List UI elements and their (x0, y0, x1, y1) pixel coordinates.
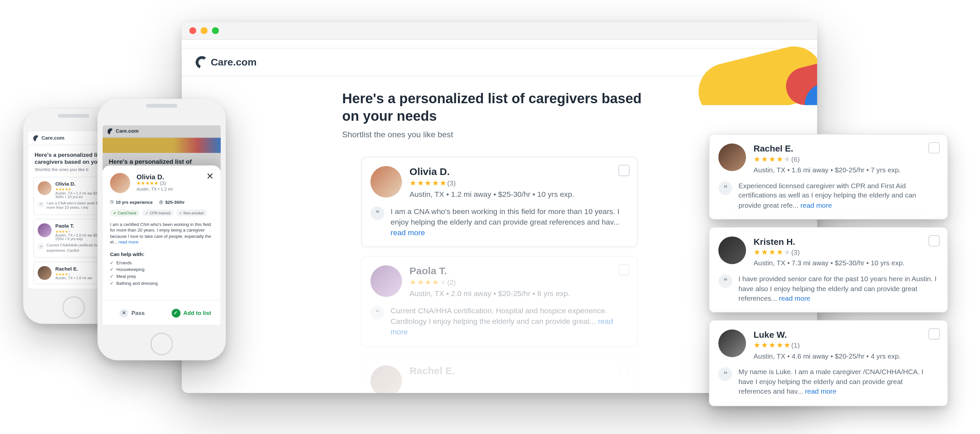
caregiver-name: Olivia D. (410, 166, 627, 177)
avatar (371, 266, 402, 297)
caregiver-name: Rachel E. (55, 266, 92, 272)
caregiver-name: Kristen H. (754, 236, 937, 246)
rating: ★★★★★ (3) (137, 181, 172, 186)
quote-icon: ❝ (718, 274, 732, 288)
quote-icon: ❝ (38, 244, 44, 250)
checkbox[interactable] (619, 364, 630, 375)
rating: ★★★★★ (2) (410, 278, 627, 287)
help-item: Errands (110, 260, 213, 265)
close-button[interactable]: ✕ (205, 172, 215, 181)
avatar (718, 330, 746, 358)
caregiver-quote: I am a CNA who's been working in this fi… (391, 206, 627, 238)
caregiver-meta: Austin, TX • 2.0 mi away • $20-25/hr • 6… (410, 290, 627, 298)
help-item: Housekeeping (110, 267, 213, 272)
window-titlebar (182, 22, 817, 40)
checkbox[interactable] (619, 264, 630, 276)
caregiver-quote: Experienced licensed caregiver with CPR … (739, 181, 937, 211)
window-minimize-icon[interactable] (200, 27, 208, 34)
add-to-list-button[interactable]: ✓ Add to list (162, 301, 221, 325)
rating: ★★★★★ (1) (754, 341, 937, 350)
floating-cards: Rachel E. ★★★★★ (6) Austin, TX • 1.6 mi … (709, 134, 948, 406)
review-count: (1) (791, 342, 800, 349)
rating: ★★★★★ (3) (410, 179, 627, 188)
quote-icon: ❝ (718, 181, 732, 195)
badge-cpr: ✓CPR trained (142, 209, 173, 216)
checkbox[interactable] (619, 165, 630, 176)
caregiver-list: Olivia D. ★★★★★ (3) Austin, TX • 1.2 mi … (361, 157, 638, 393)
profile-sheet: ✕ Olivia D. ★★★★★ (3) Austin, TX • 1.2 m… (103, 165, 221, 325)
experience-stat: ◷10 yrs experience (110, 200, 153, 204)
quote-icon: ❝ (38, 201, 44, 207)
page-title: Here's a personalized list of caregivers… (342, 90, 657, 125)
browser-urlbar[interactable] (182, 40, 817, 49)
quote-icon: ❝ (371, 206, 384, 220)
caregiver-card[interactable]: Paola T. ★★★★★ (2) Austin, TX • 2.0 mi a… (361, 257, 638, 347)
site-header: Care.com (182, 49, 817, 76)
page-subtitle: Shortlist the ones you like best (342, 130, 657, 139)
window-maximize-icon[interactable] (212, 27, 219, 34)
phone-front: Care.com Here's a personalized list of ✕… (97, 99, 226, 360)
logo-icon (33, 135, 40, 141)
caregiver-name: Rachel E. (754, 144, 937, 154)
help-item: Bathing and dressing (110, 281, 213, 286)
read-more-link[interactable]: read more (119, 240, 139, 244)
caregiver-card[interactable]: Rachel E. (361, 356, 638, 393)
caregiver-card[interactable]: Luke W. ★★★★★ (1) Austin, TX • 4.6 mi aw… (709, 320, 948, 406)
help-list: Errands Housekeeping Meal prep Bathing a… (110, 260, 213, 286)
caregiver-meta: Austin, TX • 1.2 mi away • $25-30/hr • 1… (410, 190, 627, 199)
caregiver-quote: Current CNA/HHA certification. Hospital … (391, 306, 627, 338)
help-item: Meal prep (110, 274, 213, 279)
caregiver-name: Paola T. (410, 266, 627, 277)
checkbox[interactable] (928, 235, 940, 246)
window-close-icon[interactable] (189, 27, 196, 34)
rating: ★★★★★ (3) (754, 248, 937, 257)
caregiver-name: Rachel E. (410, 365, 627, 377)
caregiver-card[interactable]: Olivia D. ★★★★★ (3) Austin, TX • 1.2 mi … (361, 157, 638, 247)
home-button[interactable] (150, 333, 173, 355)
caregiver-name: Luke W. (754, 330, 937, 340)
avatar (718, 144, 746, 171)
profile-name: Olivia D. (137, 173, 172, 181)
rating: ★★★★★ (6) (754, 155, 937, 164)
caregiver-quote: I have provided senior care for the past… (739, 274, 937, 303)
caregiver-meta: Austin, TX • 4.6 mi away • $20-25/hr • 4… (754, 352, 937, 360)
rate-icon: ⦿ (159, 200, 163, 204)
caregiver-card[interactable]: Rachel E. ★★★★★ (6) Austin, TX • 1.6 mi … (709, 134, 948, 220)
checkbox[interactable] (928, 142, 940, 154)
profile-bio: I am a certified CNA who's been working … (110, 221, 213, 245)
profile-location: Austin, TX • 1.2 mi (137, 187, 172, 191)
brand: Care.com (210, 57, 256, 68)
read-more-link[interactable]: read more (779, 295, 810, 302)
caregiver-card[interactable]: Kristen H. ★★★★★ (3) Austin, TX • 7.3 mi… (709, 227, 948, 313)
review-count: (3) (447, 179, 456, 187)
review-count: (3) (160, 181, 166, 186)
brand: Care.com (41, 135, 64, 141)
logo-icon (196, 56, 208, 68)
read-more-link[interactable]: read more (805, 387, 836, 395)
read-more-link[interactable]: read more (800, 201, 832, 209)
help-heading: Can help with: (110, 252, 213, 257)
avatar (38, 266, 52, 280)
home-button[interactable] (62, 296, 85, 318)
rate-stat: ⦿$25-30/hr (159, 200, 185, 204)
phone-earpiece (58, 114, 89, 117)
badge-list: ✔CareCheck ✓CPR trained ✓Non-smoker (110, 209, 213, 216)
review-count: (2) (447, 279, 456, 287)
review-count: (3) (791, 249, 800, 256)
phone-front-screen: Care.com Here's a personalized list of ✕… (103, 125, 221, 325)
caregiver-meta: Austin, TX • 1.6 mi aw (55, 276, 92, 280)
star-icon: ★ (410, 179, 417, 188)
x-icon: ✕ (119, 308, 129, 317)
avatar (38, 181, 52, 195)
rating-stars: ★★★★★ (55, 272, 92, 276)
read-more-link[interactable]: read more (391, 228, 425, 237)
checkbox[interactable] (928, 328, 940, 340)
review-count: (6) (791, 155, 800, 163)
caregiver-meta: Austin, TX • 1.6 mi away • $20-25/hr • 7… (754, 166, 937, 174)
phone-earpiece (146, 104, 177, 108)
avatar (718, 236, 746, 264)
caregiver-quote: My name is Luke. I am a male caregiver /… (739, 367, 937, 397)
quote-icon: ❝ (718, 367, 732, 382)
brand-logo[interactable]: Care.com (196, 56, 256, 68)
pass-button[interactable]: ✕ Pass (103, 301, 162, 325)
